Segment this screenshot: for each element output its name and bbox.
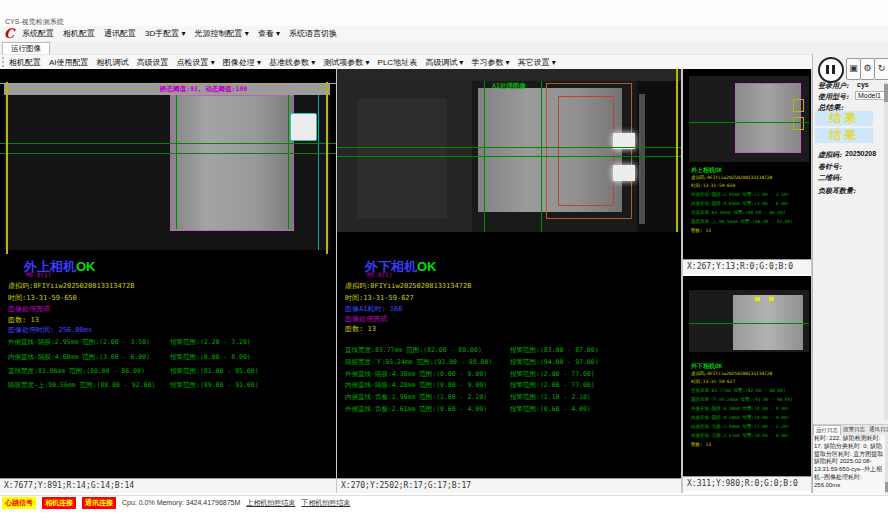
sidebar-scroll-thumb[interactable] (884, 84, 888, 102)
log-text: 耗时: 222, 缺陷检测耗时: 17, 缺陷分类耗时: 0, 缺陷提取分区耗时… (814, 435, 884, 493)
time-text: 时间:13-31-59-627 (691, 379, 809, 384)
pause-icon (832, 65, 835, 74)
tab-count-label: 负极耳数量: (818, 186, 856, 196)
ai-time-text: 图像AI耗时: 166 (345, 304, 403, 314)
status-ok-label: OK (76, 259, 96, 274)
tool-learn-params[interactable]: 学习参数 ▾ (471, 57, 509, 68)
login-user-label: 登录用户: (818, 81, 849, 91)
menu-bar: C 系统配置 相机配置 通讯配置 3D手配置 ▾ 光源控制配置 ▾ 查看 ▾ 系… (0, 26, 888, 42)
login-user-value[interactable]: cys (857, 81, 869, 88)
toolbar-grip[interactable] (2, 57, 6, 67)
alarm-range-text: 报警范围:(89.00 - 91.00) (170, 381, 259, 390)
alarm-range-text: 报警范围:(0.00 - 8.00) (170, 353, 251, 362)
alarm-range-text: 报警范围:(0.60 - 4.00) (510, 405, 591, 414)
alarm-range-text: 报警范围:(81.00 - 85.00) (170, 367, 259, 376)
sidebar-scrollbar[interactable] (884, 82, 888, 420)
barcode-text: 虚拟码:0FIYiiw2025020813313472B (691, 371, 809, 376)
measurement-text: 直线宽度:83.77mm 范围:(82.00 - 88.00) (691, 388, 809, 393)
overlay-line (318, 95, 319, 250)
thumb-canvas-lower[interactable]: 外下相机OK 虚拟码:0FIYiiw2025020813313472B 时间:1… (683, 276, 811, 477)
app-logo-icon: C (4, 26, 14, 41)
product-region (170, 95, 294, 231)
log-tab-comm[interactable]: 通讯日志 (867, 425, 888, 435)
tool-advanced-settings[interactable]: 高级设置 (137, 57, 169, 68)
menu-system-config[interactable]: 系统配置 (22, 28, 54, 39)
overlay-line (689, 323, 809, 324)
time-text: 时间:13-31-59-650 (691, 183, 809, 188)
tool-baseline-params[interactable]: 基准线参数 ▾ (269, 57, 315, 68)
log-tab-alarm[interactable]: 报警日志 (841, 425, 867, 435)
measurement-text: 隔膜宽度-上:90.56mm 范围:(88.00 - 92.00) (691, 219, 809, 224)
overlay-line (0, 153, 336, 154)
status-bar: 心跳信号 相机连接 通讯连接 Cpu: 0.0% Memory: 3424.41… (0, 495, 888, 509)
glare-highlight (613, 165, 635, 181)
tool-plc-address[interactable]: PLC地址表 (378, 57, 418, 68)
tool-spot-check[interactable]: 点检设置 ▾ (177, 57, 215, 68)
camera-canvas-lower[interactable]: AI处理图像 外下相机OK M5.0(1) 虚拟码:0FIYiiw2025020… (337, 69, 681, 479)
camera-canvas-upper[interactable]: 静态阈值:93, 动态阈值:100 外上相机OK M5.0(1) 虚拟码:0FI… (0, 69, 336, 479)
lower-camera-status-text: 下相机拍照结束 (301, 498, 350, 508)
right-sidebar: ▣ ⚙ ↻ 登录用户: cys 使用型号: Model1 总结果: 结果 结果 … (812, 54, 888, 493)
tool-advanced-debug[interactable]: 高级调试 ▾ (425, 57, 463, 68)
menu-items: 系统配置 相机配置 通讯配置 3D手配置 ▾ 光源控制配置 ▾ 查看 ▾ 系统语… (22, 26, 337, 41)
barcode-text: 虚拟码:0FIYiiw2025020813313472B (8, 281, 134, 291)
process-done-text: 图像处理完成 (8, 304, 50, 314)
camera-view-lower: AI处理图像 外下相机OK M5.0(1) 虚拟码:0FIYiiw2025020… (337, 69, 681, 493)
tool-camera-config[interactable]: 相机配置 (9, 57, 41, 68)
menu-view[interactable]: 查看 ▾ (258, 28, 280, 39)
frame-count-text: 图数: 13 (691, 442, 809, 447)
menu-robot-config[interactable]: 3D手配置 ▾ (145, 28, 185, 39)
time-text: 时间:13-31-59-650 (8, 293, 77, 303)
barcode-text: 虚拟码:0FIYiiw2025020813313472B (345, 281, 471, 291)
device-button[interactable]: ▣ (846, 58, 861, 80)
machine-highlight (639, 94, 645, 224)
menu-camera-config[interactable]: 相机配置 (63, 28, 95, 39)
roi-mark (769, 297, 774, 301)
frame-count-text: 图数: 13 (8, 315, 39, 325)
thumb-view-upper: 外上相机OK 虚拟码:0FIYiiw2025020813313472B 时间:1… (683, 69, 811, 274)
process-done-text: 图像处理完成 (345, 314, 387, 324)
measurement-text: 直线宽度:83.06mm 范围:(80.00 - 86.00) (691, 210, 809, 215)
measurement-text: 隔膜宽度-下:95.24mm 范围:(93.00 - 98.00) (691, 397, 809, 402)
pause-button[interactable] (818, 57, 844, 83)
menu-comm-config[interactable]: 通讯配置 (104, 28, 136, 39)
barcode-text: 虚拟码:0FIYiiw2025020813313472B (691, 175, 809, 180)
device-icon: ▣ (849, 63, 858, 73)
pixel-coordinate-bar: X:311;Y:980;R:0;G:0;B:0 (683, 476, 811, 491)
roi-rectangle-red (558, 96, 614, 206)
barcode-label: 虚拟码: (818, 150, 842, 160)
settings-button[interactable]: ⚙ (860, 58, 875, 80)
pixel-coordinate-bar: X:7677;Y:891;R:14;G:14;B:14 (0, 478, 336, 493)
tab-feature (290, 113, 317, 141)
alarm-range-text: 报警范围:(83.00 - 87.00) (510, 346, 599, 355)
subtag-text: M5.0(1) (367, 271, 392, 278)
time-text: 时间:13-31-59-627 (345, 293, 414, 303)
log-tab-run[interactable]: 运行日志 (813, 425, 841, 435)
toolbar-items: 相机配置 AI使用配置 相机调试 高级设置 点检设置 ▾ 图像处理 ▾ 基准线参… (9, 55, 556, 70)
roi-mark (793, 117, 804, 130)
tool-test-params[interactable]: 测试项参数 ▾ (323, 57, 369, 68)
tool-ai-config[interactable]: AI使用配置 (49, 57, 89, 68)
model-label: 使用型号: (818, 92, 849, 102)
pin-number-label: 卷针号: (818, 162, 842, 172)
tool-camera-debug[interactable]: 相机调试 (97, 57, 129, 68)
alarm-range-text: 报警范围:(2.20 - 3.20) (170, 338, 251, 347)
gear-icon: ⚙ (863, 63, 871, 73)
menu-light-config[interactable]: 光源控制配置 ▾ (194, 28, 248, 39)
frame-count-text: 图数: 13 (345, 324, 376, 334)
alarm-range-text: 报警范围:(2.00 - 77.00) (510, 381, 595, 390)
tool-image-processing[interactable]: 图像处理 ▾ (223, 57, 261, 68)
measurement-text: 隔膜宽度-下:95.24mm 范围:(93.00 - 98.00) (345, 358, 492, 367)
refresh-button[interactable]: ↻ (874, 58, 888, 80)
tool-other-settings[interactable]: 其它设置 ▾ (518, 57, 556, 68)
result-box-lower: 结果 (815, 128, 873, 143)
comm-connect-badge: 通讯连接 (82, 497, 116, 509)
pause-icon (826, 65, 829, 74)
thumb-title: 外下相机OK (691, 362, 722, 371)
camera-view-upper: 静态阈值:93, 动态阈值:100 外上相机OK M5.0(1) 虚拟码:0FI… (0, 69, 336, 493)
menu-language-switch[interactable]: 系统语言切换 (289, 28, 337, 39)
threshold-text: 静态阈值:93, 动态阈值:100 (160, 85, 247, 94)
thumb-canvas-upper[interactable]: 外上相机OK 虚拟码:0FIYiiw2025020813313472B 时间:1… (683, 69, 811, 260)
measurement-text: 外侧直线-隔膜:4.38mm 范围:(0.00 - 9.00) (691, 406, 809, 411)
measurement-text: 外侧直线-隔膜:4.38mm 范围:(0.00 - 9.00) (345, 370, 487, 379)
